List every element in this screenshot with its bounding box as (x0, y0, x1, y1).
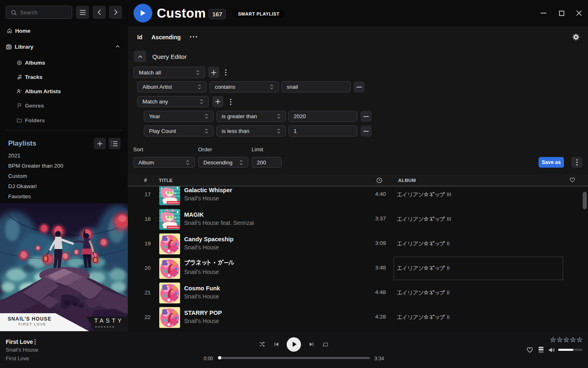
svg-text:SNAIL’S HOUSE: SNAIL’S HOUSE (8, 316, 51, 322)
svg-text:TASTY: TASTY (94, 317, 124, 324)
svg-text:FIRST LOVE: FIRST LOVE (18, 322, 46, 326)
